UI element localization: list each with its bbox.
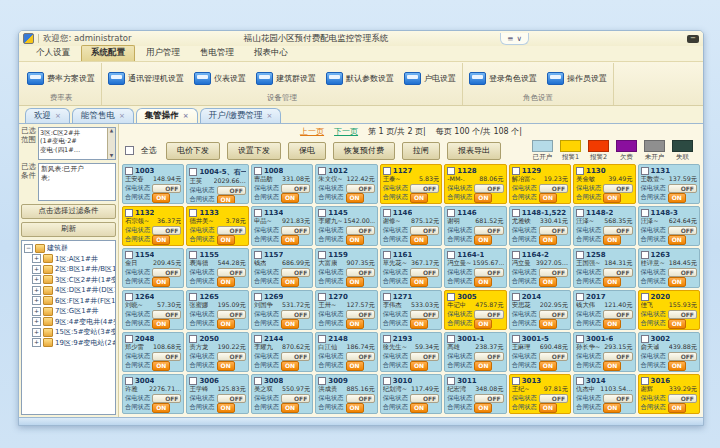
- card-checkbox[interactable]: [512, 251, 520, 259]
- supply-off-pill[interactable]: OFF: [281, 226, 310, 236]
- tree-item-4[interactable]: +6区:F区1#井(F区1#…: [24, 296, 115, 307]
- switch-on-pill[interactable]: ON: [281, 235, 299, 245]
- card-checkbox[interactable]: [383, 167, 391, 175]
- card-checkbox[interactable]: [641, 377, 649, 385]
- supply-off-pill[interactable]: OFF: [410, 268, 439, 278]
- switch-on-pill[interactable]: ON: [346, 361, 364, 371]
- ribbon-button-g2-1[interactable]: 操作员设置: [544, 70, 610, 87]
- switch-on-pill[interactable]: ON: [217, 319, 235, 329]
- card-checkbox[interactable]: [125, 335, 133, 343]
- card-checkbox[interactable]: [641, 167, 649, 175]
- expand-icon[interactable]: +: [32, 254, 41, 263]
- ribbon-button-g1-1[interactable]: 仪表设置: [191, 70, 249, 87]
- skin-icon[interactable]: ≡: [507, 34, 513, 43]
- card-checkbox[interactable]: [318, 293, 326, 301]
- supply-off-pill[interactable]: OFF: [474, 226, 503, 236]
- supply-off-pill[interactable]: OFF: [152, 184, 181, 194]
- supply-off-pill[interactable]: OFF: [474, 394, 503, 404]
- card-checkbox[interactable]: [125, 167, 133, 175]
- scope-scrollbar[interactable]: ▲ ▼: [107, 128, 115, 159]
- supply-off-pill[interactable]: OFF: [152, 226, 181, 236]
- supply-off-pill[interactable]: OFF: [668, 310, 697, 320]
- card-checkbox[interactable]: [383, 335, 391, 343]
- card-checkbox[interactable]: [318, 209, 326, 217]
- card-checkbox[interactable]: [512, 377, 520, 385]
- card-checkbox[interactable]: [447, 377, 455, 385]
- switch-on-pill[interactable]: ON: [410, 403, 428, 413]
- switch-on-pill[interactable]: ON: [474, 235, 492, 245]
- tree-item-1[interactable]: +2区:B区1#井/B区1#变: [24, 264, 115, 275]
- tab-2[interactable]: 集管操作×: [136, 108, 198, 123]
- card-checkbox[interactable]: [189, 335, 197, 343]
- refresh-button[interactable]: 刷新: [21, 222, 116, 237]
- supply-off-pill[interactable]: OFF: [152, 394, 181, 404]
- card-checkbox[interactable]: [576, 251, 584, 259]
- switch-on-pill[interactable]: ON: [539, 361, 557, 371]
- switch-on-pill[interactable]: ON: [281, 277, 299, 287]
- supply-off-pill[interactable]: OFF: [539, 310, 568, 320]
- supply-off-pill[interactable]: OFF: [539, 352, 568, 362]
- card-checkbox[interactable]: [318, 377, 326, 385]
- close-tab-icon[interactable]: ×: [267, 113, 273, 120]
- card-checkbox[interactable]: [383, 209, 391, 217]
- supply-off-pill[interactable]: OFF: [217, 186, 246, 196]
- card-checkbox[interactable]: [125, 209, 133, 217]
- card-checkbox[interactable]: [447, 293, 455, 301]
- switch-on-pill[interactable]: ON: [474, 403, 492, 413]
- switch-on-pill[interactable]: ON: [410, 319, 428, 329]
- supply-off-pill[interactable]: OFF: [152, 352, 181, 362]
- card-checkbox[interactable]: [447, 167, 455, 175]
- switch-on-pill[interactable]: ON: [152, 277, 170, 287]
- tree-item-3[interactable]: +4区:D区1#井(D区1…: [24, 285, 115, 296]
- supply-off-pill[interactable]: OFF: [539, 226, 568, 236]
- switch-on-pill[interactable]: ON: [474, 193, 492, 203]
- card-checkbox[interactable]: [189, 377, 197, 385]
- tab-0[interactable]: 欢迎×: [25, 108, 70, 123]
- switch-on-pill[interactable]: ON: [152, 193, 170, 203]
- switch-on-pill[interactable]: ON: [217, 361, 235, 371]
- supply-off-pill[interactable]: OFF: [217, 352, 246, 362]
- menu-item-4[interactable]: 报表中心: [245, 46, 297, 61]
- card-checkbox[interactable]: [447, 209, 455, 217]
- supply-off-pill[interactable]: OFF: [603, 184, 632, 194]
- chevron-down-icon[interactable]: ∨: [517, 34, 523, 43]
- collapse-icon[interactable]: −: [24, 244, 33, 253]
- supply-off-pill[interactable]: OFF: [217, 394, 246, 404]
- expand-icon[interactable]: +: [32, 296, 41, 305]
- switch-on-pill[interactable]: ON: [539, 235, 557, 245]
- supply-off-pill[interactable]: OFF: [474, 310, 503, 320]
- switch-on-pill[interactable]: ON: [474, 277, 492, 287]
- card-checkbox[interactable]: [189, 293, 197, 301]
- card-checkbox[interactable]: [447, 251, 455, 259]
- supply-off-pill[interactable]: OFF: [410, 352, 439, 362]
- card-checkbox[interactable]: [447, 335, 455, 343]
- switch-on-pill[interactable]: ON: [474, 361, 492, 371]
- condition-box[interactable]: 新风表:已开户表;: [38, 163, 116, 201]
- switch-on-pill[interactable]: ON: [668, 403, 686, 413]
- scope-listbox[interactable]: 3区:C区2#井(1#变电·2#变电·(四1#… ▲ ▼: [38, 127, 116, 160]
- card-checkbox[interactable]: [318, 335, 326, 343]
- switch-on-pill[interactable]: ON: [217, 403, 235, 413]
- ribbon-button-g1-0[interactable]: 通讯管理机设置: [105, 70, 187, 87]
- tab-1[interactable]: 能管售电×: [72, 108, 134, 123]
- switch-on-pill[interactable]: ON: [281, 319, 299, 329]
- card-checkbox[interactable]: [641, 251, 649, 259]
- supply-off-pill[interactable]: OFF: [474, 268, 503, 278]
- supply-off-pill[interactable]: OFF: [474, 184, 503, 194]
- next-page-link[interactable]: 下一页: [334, 126, 358, 137]
- supply-off-pill[interactable]: OFF: [281, 352, 310, 362]
- supply-off-pill[interactable]: OFF: [281, 394, 310, 404]
- switch-on-pill[interactable]: ON: [152, 403, 170, 413]
- supply-off-pill[interactable]: OFF: [346, 268, 375, 278]
- ribbon-button-g1-2[interactable]: 建筑群设置: [253, 70, 319, 87]
- supply-off-pill[interactable]: OFF: [410, 394, 439, 404]
- tree-item-5[interactable]: +7区:G区1#井: [24, 306, 115, 317]
- supply-off-pill[interactable]: OFF: [603, 394, 632, 404]
- switch-on-pill[interactable]: ON: [668, 193, 686, 203]
- switch-on-pill[interactable]: ON: [603, 361, 621, 371]
- card-checkbox[interactable]: [576, 377, 584, 385]
- menu-item-0[interactable]: 个人设置: [27, 46, 79, 61]
- tree-item-7[interactable]: +15区:5#变站(3#变…: [24, 327, 115, 338]
- switch-on-pill[interactable]: ON: [410, 361, 428, 371]
- switch-on-pill[interactable]: ON: [603, 235, 621, 245]
